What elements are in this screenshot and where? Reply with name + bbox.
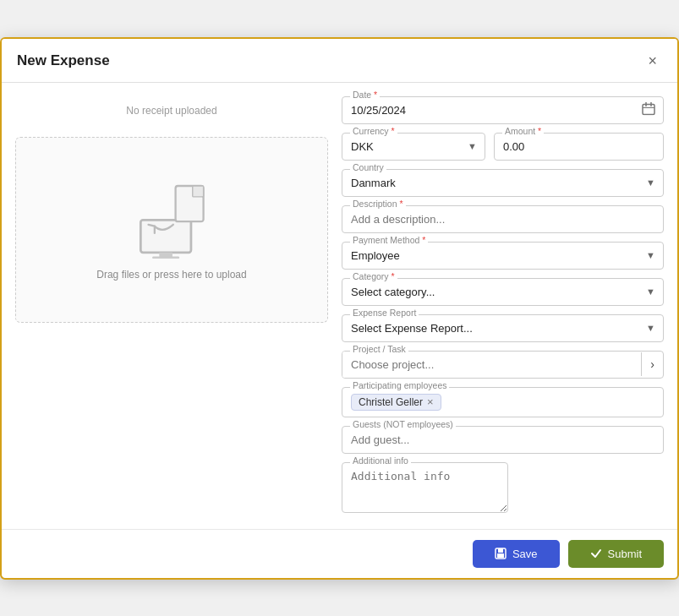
no-receipt-label: No receipt uploaded: [15, 96, 328, 128]
expense-report-field-group: Expense Report Select Expense Report... …: [342, 314, 664, 342]
description-input[interactable]: [342, 205, 664, 233]
remove-participant-button[interactable]: ×: [427, 396, 434, 407]
upload-icon: [125, 178, 218, 259]
right-panel: Date * Currency * DKK USD: [342, 96, 664, 515]
participants-label: Participating employees: [350, 380, 449, 390]
amount-input[interactable]: [494, 133, 664, 161]
currency-label: Currency *: [350, 126, 397, 136]
country-select[interactable]: Danmark Germany France United Kingdom: [342, 169, 664, 197]
description-label: Description *: [350, 199, 406, 209]
date-field-group: Date *: [342, 96, 664, 124]
category-select[interactable]: Select category...: [342, 278, 664, 306]
country-select-wrapper: Danmark Germany France United Kingdom ▼: [342, 169, 664, 197]
close-button[interactable]: ×: [643, 51, 662, 72]
guests-label: Guests (NOT employees): [350, 419, 456, 429]
project-arrow-button[interactable]: ›: [641, 352, 663, 376]
dialog-footer: Save Submit: [2, 529, 677, 578]
submit-label: Submit: [608, 548, 642, 560]
category-field-group: Category * Select category... ▼: [342, 278, 664, 306]
save-label: Save: [512, 548, 538, 560]
participant-name: Christel Geller: [359, 396, 423, 408]
dialog-body: No receipt uploaded: [2, 83, 677, 529]
expense-report-select[interactable]: Select Expense Report...: [342, 314, 664, 342]
date-label: Date *: [350, 90, 380, 100]
additional-info-label: Additional info: [350, 455, 411, 466]
upload-label: Drag files or press here to upload: [96, 269, 246, 281]
svg-rect-4: [193, 186, 204, 197]
currency-amount-row: Currency * DKK USD EUR GBP ▼ Amo: [342, 133, 664, 161]
category-select-wrapper: Select category... ▼: [342, 278, 664, 306]
currency-select[interactable]: DKK USD EUR GBP: [342, 133, 485, 161]
guests-field-group: Guests (NOT employees): [342, 426, 664, 454]
svg-rect-2: [152, 256, 179, 259]
left-panel: No receipt uploaded: [15, 96, 328, 515]
payment-method-label: Payment Method *: [350, 235, 428, 245]
expense-report-select-wrapper: Select Expense Report... ▼: [342, 314, 664, 342]
upload-area[interactable]: Drag files or press here to upload: [15, 137, 328, 323]
category-label: Category *: [350, 271, 397, 281]
payment-method-field-group: Payment Method * Employee Company Card C…: [342, 242, 664, 270]
svg-rect-11: [497, 553, 504, 558]
guest-input[interactable]: [342, 426, 664, 454]
amount-field-group: Amount *: [494, 133, 664, 161]
participants-box[interactable]: Christel Geller ×: [342, 387, 664, 417]
project-row: ›: [342, 351, 664, 379]
currency-select-wrapper: DKK USD EUR GBP ▼: [342, 133, 485, 161]
description-field-group: Description *: [342, 205, 664, 233]
new-expense-dialog: New Expense × No receipt uploaded: [0, 37, 679, 580]
project-task-label: Project / Task: [350, 344, 408, 354]
svg-rect-10: [498, 548, 503, 553]
country-field-group: Country Danmark Germany France United Ki…: [342, 169, 664, 197]
additional-info-field-group: Additional info: [342, 462, 664, 515]
expense-report-label: Expense Report: [350, 308, 419, 318]
amount-label: Amount *: [502, 126, 544, 136]
submit-icon: [590, 548, 602, 559]
submit-button[interactable]: Submit: [568, 540, 664, 568]
save-button[interactable]: Save: [473, 540, 560, 568]
save-icon: [495, 548, 507, 559]
dialog-title: New Expense: [17, 52, 110, 69]
currency-field-group: Currency * DKK USD EUR GBP ▼: [342, 133, 485, 161]
date-input[interactable]: [342, 96, 664, 124]
participants-field-group: Participating employees Christel Geller …: [342, 387, 664, 417]
payment-method-select-wrapper: Employee Company Card Cash ▼: [342, 242, 664, 270]
country-label: Country: [350, 162, 386, 172]
dialog-header: New Expense ×: [2, 39, 677, 83]
payment-method-select[interactable]: Employee Company Card Cash: [342, 242, 664, 270]
additional-info-input[interactable]: [342, 462, 508, 513]
participant-tag: Christel Geller ×: [351, 394, 441, 411]
project-task-field-group: Project / Task ›: [342, 351, 664, 379]
project-input[interactable]: [342, 352, 641, 378]
